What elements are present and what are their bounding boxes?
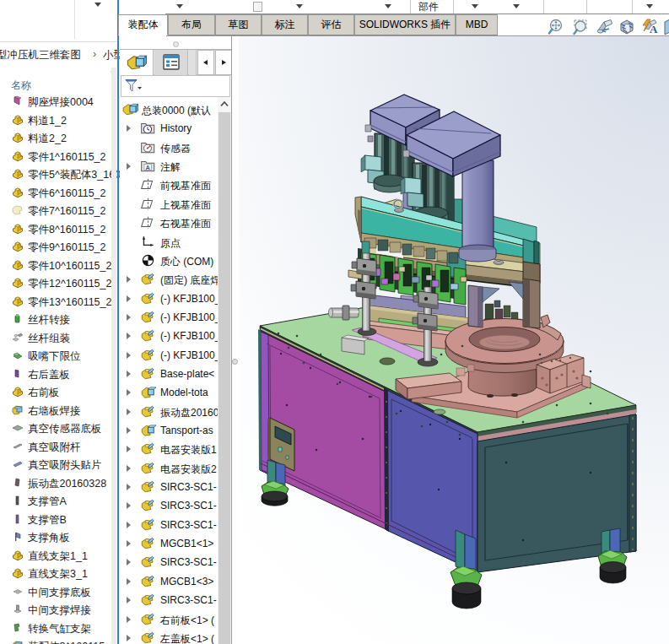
svg-text:A: A bbox=[146, 164, 151, 171]
svg-text:A: A bbox=[650, 23, 658, 35]
